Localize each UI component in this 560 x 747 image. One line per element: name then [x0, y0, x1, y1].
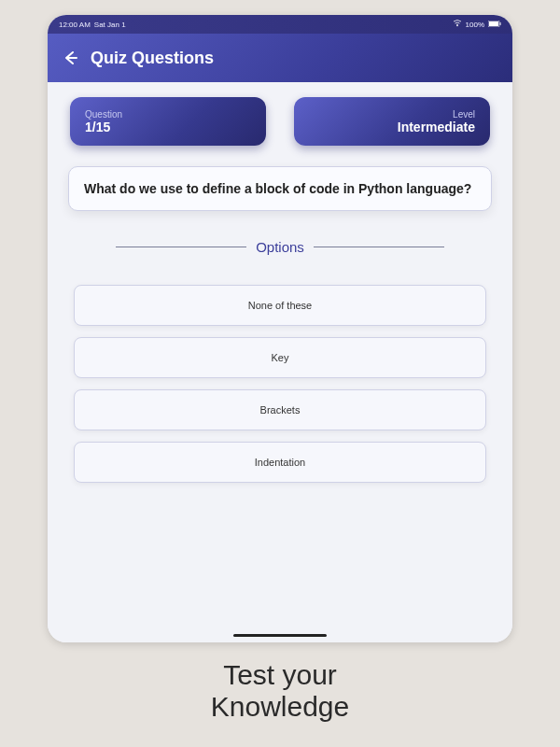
question-card: What do we use to define a block of code…: [68, 166, 492, 211]
options-list: None of these Key Brackets Indentation: [68, 285, 492, 483]
battery-text: 100%: [466, 21, 484, 29]
progress-label: Question: [85, 109, 251, 120]
divider-line-left: [116, 247, 246, 247]
content: Question 1/15 Level Intermediate What do…: [48, 82, 512, 642]
svg-rect-3: [500, 22, 501, 25]
pills-row: Question 1/15 Level Intermediate: [68, 97, 492, 146]
status-time: 12:00 AM: [59, 21, 91, 29]
svg-rect-2: [489, 21, 498, 26]
app-header: Quiz Questions: [48, 34, 512, 82]
options-divider: Options: [68, 239, 492, 255]
caption-line-1: Test your: [211, 659, 349, 691]
option-button[interactable]: Indentation: [74, 442, 486, 483]
status-date: Sat Jan 1: [94, 21, 126, 29]
option-button[interactable]: None of these: [74, 285, 486, 326]
device-frame: 12:00 AM Sat Jan 1 100% Quiz Questions Q…: [48, 15, 512, 642]
home-indicator[interactable]: [233, 634, 327, 637]
caption: Test your Knowledge: [211, 659, 349, 723]
level-pill: Level Intermediate: [294, 97, 490, 146]
question-text: What do we use to define a block of code…: [84, 180, 476, 197]
status-bar: 12:00 AM Sat Jan 1 100%: [48, 15, 512, 34]
options-label: Options: [256, 239, 304, 255]
caption-line-2: Knowledge: [211, 691, 349, 723]
back-arrow-icon[interactable]: [61, 49, 79, 67]
status-right: 100%: [453, 20, 501, 29]
wifi-icon: [453, 20, 462, 29]
svg-point-0: [456, 25, 458, 27]
status-left: 12:00 AM Sat Jan 1: [59, 21, 126, 29]
question-progress-pill: Question 1/15: [70, 97, 266, 146]
option-button[interactable]: Key: [74, 337, 486, 378]
level-label: Level: [309, 109, 475, 120]
option-button[interactable]: Brackets: [74, 389, 486, 430]
progress-value: 1/15: [85, 120, 251, 134]
page-title: Quiz Questions: [91, 49, 214, 68]
battery-icon: [488, 21, 501, 29]
level-value: Intermediate: [309, 120, 475, 134]
divider-line-right: [314, 247, 444, 247]
